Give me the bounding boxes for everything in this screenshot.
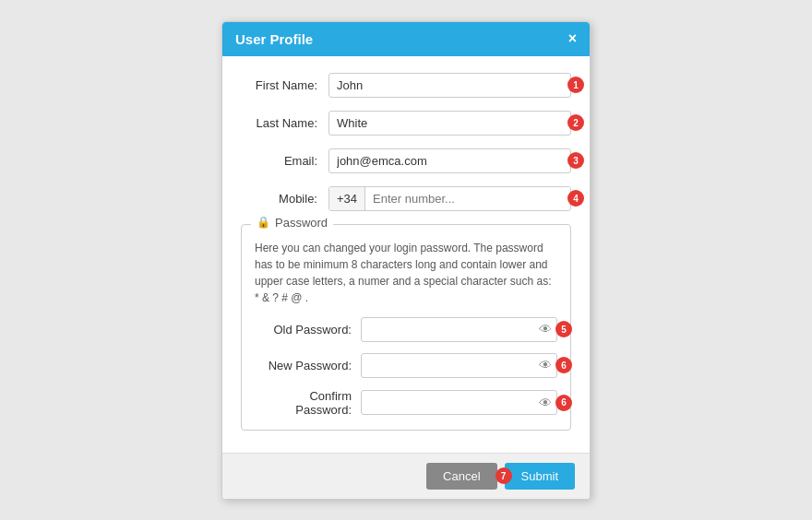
submit-button[interactable]: Submit: [505, 463, 575, 490]
confirm-password-input[interactable]: [361, 390, 557, 415]
new-password-badge: 6: [555, 357, 572, 373]
password-info-text: Here you can changed your login password…: [255, 240, 557, 306]
mobile-input[interactable]: [365, 187, 570, 210]
old-password-input[interactable]: [361, 317, 557, 342]
email-label: Email:: [241, 154, 328, 168]
password-legend: 🔒 Password: [251, 216, 333, 230]
last-name-input[interactable]: [328, 111, 571, 136]
mobile-badge: 4: [567, 190, 584, 207]
old-password-field-wrapper: 👁 5: [361, 317, 557, 342]
confirm-password-eye-icon[interactable]: 👁: [539, 396, 552, 410]
mobile-prefix: +34: [329, 187, 365, 210]
dialog-footer: Cancel 7 Submit: [222, 453, 590, 499]
email-row: Email: 3: [241, 148, 571, 173]
last-name-row: Last Name: 2: [241, 111, 571, 136]
first-name-row: First Name: 1: [241, 73, 571, 98]
old-password-eye-icon[interactable]: 👁: [539, 322, 552, 337]
confirm-password-field-wrapper: 👁 6: [361, 390, 557, 415]
last-name-label: Last Name:: [241, 116, 328, 130]
user-profile-dialog: User Profile × First Name: 1 Last Name: …: [221, 21, 591, 500]
first-name-field-wrapper: 1: [328, 73, 571, 98]
new-password-row: New Password: 👁 6: [255, 353, 557, 378]
last-name-badge: 2: [567, 114, 584, 131]
close-button[interactable]: ×: [568, 31, 577, 46]
mobile-label: Mobile:: [241, 192, 328, 206]
lock-icon: 🔒: [257, 216, 270, 229]
dialog-title: User Profile: [235, 31, 313, 47]
email-field-wrapper: 3: [328, 148, 571, 173]
confirm-password-row: Confirm Password: 👁 6: [255, 389, 557, 417]
confirm-password-label: Confirm Password:: [255, 389, 361, 417]
dialog-header: User Profile ×: [222, 22, 590, 56]
first-name-badge: 1: [567, 77, 584, 93]
old-password-badge: 5: [555, 321, 572, 337]
mobile-field-wrapper: +34 4: [328, 186, 571, 211]
cancel-button[interactable]: Cancel: [426, 463, 496, 490]
new-password-input[interactable]: [361, 353, 557, 378]
new-password-eye-icon[interactable]: 👁: [539, 358, 552, 372]
old-password-label: Old Password:: [255, 323, 361, 337]
mobile-input-group: +34: [328, 186, 571, 211]
dialog-body: First Name: 1 Last Name: 2 Email: 3 Mobi…: [222, 56, 590, 453]
mobile-row: Mobile: +34 4: [241, 186, 571, 211]
email-input[interactable]: [328, 148, 571, 173]
new-password-field-wrapper: 👁 6: [361, 353, 557, 378]
first-name-input[interactable]: [328, 73, 571, 98]
last-name-field-wrapper: 2: [328, 111, 571, 136]
password-section-title: Password: [275, 216, 328, 230]
password-section: 🔒 Password Here you can changed your log…: [241, 224, 571, 431]
old-password-row: Old Password: 👁 5: [255, 317, 557, 342]
new-password-label: New Password:: [255, 359, 361, 372]
submit-badge: 7: [496, 467, 512, 484]
first-name-label: First Name:: [241, 78, 328, 92]
confirm-password-badge: 6: [555, 395, 572, 411]
email-badge: 3: [567, 152, 584, 169]
submit-button-wrapper: 7 Submit: [505, 463, 575, 490]
